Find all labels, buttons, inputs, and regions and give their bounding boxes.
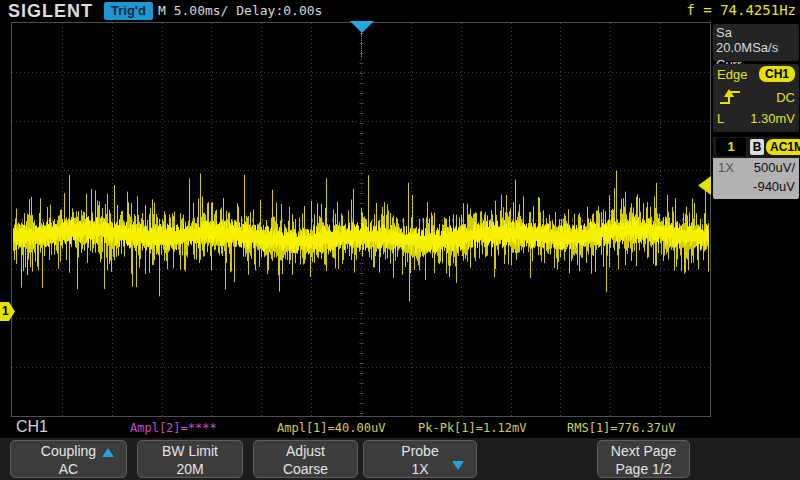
trigger-coupling: DC [776,87,795,109]
channel-coupling-badge: AC1M [766,139,800,155]
waveform-display: 1 [0,21,711,417]
up-arrow-icon [102,448,114,457]
acquisition-info-box[interactable]: Sa 20.0MSa/s Curr 1.40Mpts [713,24,799,61]
waveform-canvas [12,23,710,416]
graticule [11,22,711,417]
softkey-menu-bar: Coupling AC BW Limit 20M Adjust Coarse P… [0,438,800,480]
bw-limit-button[interactable]: BW Limit 20M [137,440,243,478]
measurement-ampl2: Ampl[2]=**** [130,421,217,435]
bw-limit-badge: B [750,139,764,155]
next-page-button[interactable]: Next Page Page 1/2 [597,440,690,478]
trigger-status-badge: Trig'd [104,2,153,20]
channel-number-badge: 1 [716,138,746,156]
trigger-source-badge: CH1 [759,66,795,82]
top-status-bar: SIGLENT Trig'd M 5.00ms/ Delay:0.00s f =… [0,0,800,21]
trigger-position-marker[interactable] [350,21,374,33]
probe-button[interactable]: Probe 1X [363,440,477,478]
trigger-type: Edge [717,67,747,82]
coupling-button[interactable]: Coupling AC [10,440,127,478]
adjust-button[interactable]: Adjust Coarse [253,440,358,478]
probe-attenuation: 1X [718,160,734,175]
channel-offset: -940uV [753,179,795,194]
channel1-info-box[interactable]: 1 B AC1M 1X 500uV/ -940uV [713,137,799,199]
sidebar: Sa 20.0MSa/s Curr 1.40Mpts Edge CH1 DC L… [711,21,800,438]
siglent-logo: SIGLENT [8,1,93,22]
volts-per-div: 500uV/ [754,160,795,175]
frequency-counter: f = 74.4251Hz [686,2,796,18]
measurement-ampl1: Ampl[1]=40.00uV [277,421,385,435]
active-channel-label: CH1 [16,418,48,436]
rising-edge-icon [717,87,743,107]
sample-rate: Sa 20.0MSa/s [713,24,799,56]
timebase-readout: M 5.00ms/ Delay:0.00s [158,3,322,18]
measurement-pkpk1: Pk-Pk[1]=1.12mV [418,421,526,435]
trigger-info-box[interactable]: Edge CH1 DC L 1.30mV [713,64,799,132]
measurement-rms1: RMS[1]=776.37uV [567,421,675,435]
oscilloscope-screen: SIGLENT Trig'd M 5.00ms/ Delay:0.00s f =… [0,0,800,480]
down-arrow-icon [452,461,464,470]
trigger-position-line [361,33,362,57]
measurement-strip: CH1 Ampl[2]=**** Ampl[1]=40.00uV Pk-Pk[1… [0,417,711,438]
trigger-level-label: L [717,111,724,126]
trigger-level-value: 1.30mV [750,108,795,130]
